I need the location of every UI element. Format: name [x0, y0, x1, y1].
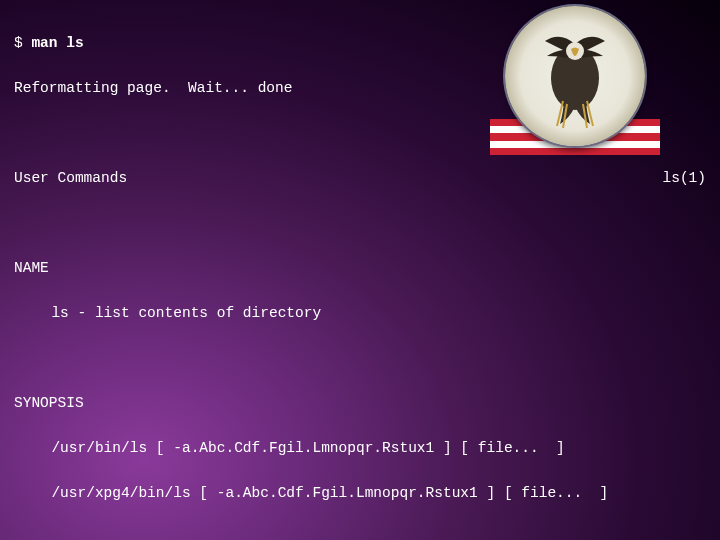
typed-command: man ls	[31, 35, 83, 51]
prompt-line[interactable]: $ man ls	[14, 32, 706, 54]
header-right: ls(1)	[662, 167, 706, 189]
manpage-header: User Commandsls(1)	[14, 167, 706, 189]
section-synopsis-heading: SYNOPSIS	[14, 392, 706, 414]
section-name-heading: NAME	[14, 257, 706, 279]
reformat-status: Reformatting page. Wait... done	[14, 77, 706, 99]
synopsis-line-1: /usr/bin/ls [ -a.Abc.Cdf.Fgil.Lmnopqr.Rs…	[14, 437, 706, 459]
synopsis-line-2: /usr/xpg4/bin/ls [ -a.Abc.Cdf.Fgil.Lmnop…	[14, 482, 706, 504]
shell-prompt: $	[14, 35, 23, 51]
terminal-output: $ man ls Reformatting page. Wait... done…	[14, 10, 706, 530]
section-name-body: ls - list contents of directory	[14, 302, 706, 324]
header-left: User Commands	[14, 167, 127, 189]
